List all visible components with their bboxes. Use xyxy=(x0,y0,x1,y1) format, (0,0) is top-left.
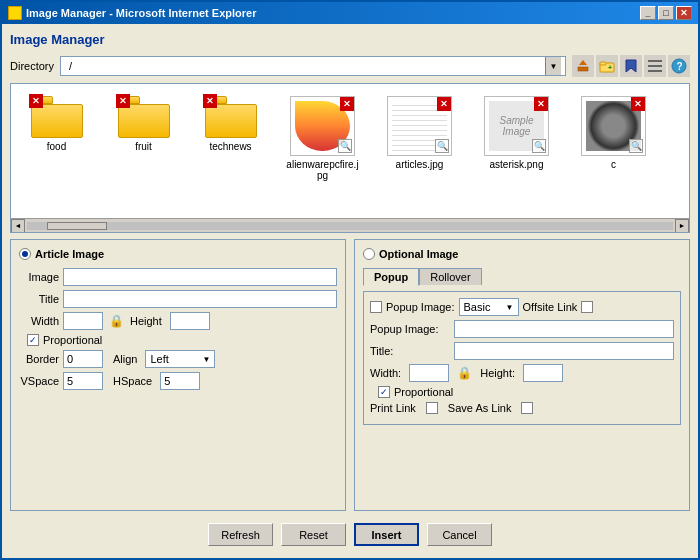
popup-height-label: Height: xyxy=(480,367,515,379)
list-view-icon[interactable] xyxy=(644,55,666,77)
tab-popup[interactable]: Popup xyxy=(363,268,419,286)
popup-image-field-row: Popup Image: xyxy=(370,320,674,338)
popup-image-checkbox[interactable] xyxy=(370,301,382,313)
bookmark-icon[interactable] xyxy=(620,55,642,77)
border-align-row: Border Align Left ▼ xyxy=(19,350,337,368)
horizontal-scrollbar[interactable]: ◄ ► xyxy=(11,218,689,232)
height-label: Height xyxy=(130,315,162,327)
folder-name: fruit xyxy=(135,141,152,152)
list-item[interactable]: ✕ Sample Image 🔍 asterisk.png xyxy=(474,92,559,174)
popup-proportional-checkbox[interactable] xyxy=(378,386,390,398)
image-thumbnail: ✕ Sample Image 🔍 xyxy=(484,96,549,156)
border-input[interactable] xyxy=(63,350,103,368)
image-delete-icon[interactable]: ✕ xyxy=(437,97,451,111)
directory-dropdown-arrow[interactable]: ▼ xyxy=(545,57,561,75)
image-thumbnail: ✕ 🔍 xyxy=(581,96,646,156)
folder-delete-icon[interactable]: ✕ xyxy=(29,94,43,108)
popup-select-arrow: ▼ xyxy=(506,303,514,312)
article-image-radio-title[interactable]: Article Image xyxy=(19,248,337,260)
popup-height-input[interactable] xyxy=(523,364,563,382)
insert-button[interactable]: Insert xyxy=(354,523,419,546)
scroll-track xyxy=(27,222,673,230)
folder-delete-icon[interactable]: ✕ xyxy=(116,94,130,108)
list-item[interactable]: ✕ fruit xyxy=(106,92,181,156)
proportional-checkbox[interactable] xyxy=(27,334,39,346)
print-link-checkbox[interactable] xyxy=(426,402,438,414)
window-title: Image Manager - Microsoft Internet Explo… xyxy=(26,7,256,19)
minimize-button[interactable]: _ xyxy=(640,6,656,20)
image-name: articles.jpg xyxy=(396,159,444,170)
list-item[interactable]: ✕ 🔍 articles.jpg xyxy=(377,92,462,174)
refresh-button[interactable]: Refresh xyxy=(208,523,273,546)
page-title: Image Manager xyxy=(10,32,690,47)
directory-combo[interactable]: / ▼ xyxy=(60,56,566,76)
popup-title-label: Title: xyxy=(370,345,450,357)
scroll-left-button[interactable]: ◄ xyxy=(11,219,25,233)
magnify-icon[interactable]: 🔍 xyxy=(532,139,546,153)
vspace-label: VSpace xyxy=(19,375,59,387)
reset-button[interactable]: Reset xyxy=(281,523,346,546)
list-item[interactable]: ✕ food xyxy=(19,92,94,156)
list-item[interactable]: ✕ technews xyxy=(193,92,268,156)
close-button[interactable]: ✕ xyxy=(676,6,692,20)
list-item[interactable]: ✕ 🔍 alienwarepcfire.jpg xyxy=(280,92,365,185)
popup-image-select-value: Basic xyxy=(464,301,491,313)
file-grid: ✕ food ✕ fruit xyxy=(11,84,689,218)
border-label: Border xyxy=(19,353,59,365)
optional-image-radio-title[interactable]: Optional Image xyxy=(363,248,681,260)
image-delete-icon[interactable]: ✕ xyxy=(631,97,645,111)
footer-buttons: Refresh Reset Insert Cancel xyxy=(10,517,690,550)
size-field-row: Width 🔒 Height xyxy=(19,312,337,330)
print-link-label: Print Link xyxy=(370,402,416,414)
popup-image-field-input[interactable] xyxy=(454,320,674,338)
directory-label: Directory xyxy=(10,60,54,72)
align-dropdown-arrow: ▼ xyxy=(203,355,211,364)
vspace-input[interactable] xyxy=(63,372,103,390)
title-field-row: Title xyxy=(19,290,337,308)
magnify-icon[interactable]: 🔍 xyxy=(629,139,643,153)
article-image-panel: Article Image Image Title Width 🔒 Height xyxy=(10,239,346,511)
svg-rect-0 xyxy=(578,67,588,71)
magnify-icon[interactable]: 🔍 xyxy=(435,139,449,153)
width-label: Width xyxy=(19,315,59,327)
svg-marker-1 xyxy=(579,60,587,65)
save-as-link-label: Save As Link xyxy=(448,402,512,414)
popup-tab-content: Popup Image: Basic ▼ Offsite Link Popup … xyxy=(363,291,681,425)
proportional-row: Proportional xyxy=(27,334,337,346)
title-bar: Image Manager - Microsoft Internet Explo… xyxy=(2,2,698,24)
folder-delete-icon[interactable]: ✕ xyxy=(203,94,217,108)
scroll-right-button[interactable]: ► xyxy=(675,219,689,233)
title-bar-left: Image Manager - Microsoft Internet Explo… xyxy=(8,6,256,20)
height-input[interactable] xyxy=(170,312,210,330)
popup-image-select[interactable]: Basic ▼ xyxy=(459,298,519,316)
title-bar-icon xyxy=(8,6,22,20)
upload-icon[interactable] xyxy=(572,55,594,77)
image-delete-icon[interactable]: ✕ xyxy=(534,97,548,111)
help-icon[interactable]: ? xyxy=(668,55,690,77)
optional-image-label: Optional Image xyxy=(379,248,458,260)
popup-title-row: Title: xyxy=(370,342,674,360)
image-thumbnail: ✕ 🔍 xyxy=(387,96,452,156)
scroll-thumb[interactable] xyxy=(47,222,107,230)
image-delete-icon[interactable]: ✕ xyxy=(340,97,354,111)
offsite-link-checkbox[interactable] xyxy=(581,301,593,313)
list-item[interactable]: ✕ 🔍 c xyxy=(571,92,656,174)
save-as-link-checkbox[interactable] xyxy=(521,402,533,414)
width-input[interactable] xyxy=(63,312,103,330)
popup-size-row: Width: 🔒 Height: xyxy=(370,364,674,382)
align-select[interactable]: Left ▼ xyxy=(145,350,215,368)
magnify-icon[interactable]: 🔍 xyxy=(338,139,352,153)
tab-rollover[interactable]: Rollover xyxy=(419,268,481,285)
image-input[interactable] xyxy=(63,268,337,286)
align-value: Left xyxy=(150,353,168,365)
optional-image-radio[interactable] xyxy=(363,248,375,260)
popup-width-input[interactable] xyxy=(409,364,449,382)
article-image-radio[interactable] xyxy=(19,248,31,260)
cancel-button[interactable]: Cancel xyxy=(427,523,492,546)
new-folder-icon[interactable]: + xyxy=(596,55,618,77)
directory-value: / xyxy=(65,60,545,72)
title-input[interactable] xyxy=(63,290,337,308)
maximize-button[interactable]: □ xyxy=(658,6,674,20)
popup-title-input[interactable] xyxy=(454,342,674,360)
hspace-input[interactable] xyxy=(160,372,200,390)
